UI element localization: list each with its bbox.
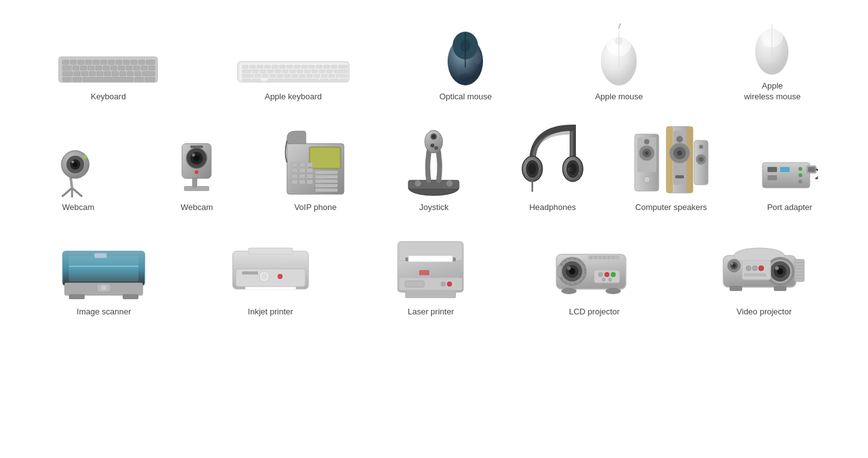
svg-rect-130 [307,168,313,173]
svg-rect-140 [315,184,338,187]
svg-rect-207 [242,271,258,275]
svg-rect-28 [82,71,88,76]
svg-rect-8 [108,60,114,65]
laser-printer-item: Laser printer [393,232,468,318]
svg-rect-37 [83,77,133,82]
svg-rect-120 [190,145,203,148]
svg-point-197 [101,285,106,290]
svg-rect-69 [326,70,333,73]
svg-point-255 [752,266,757,271]
svg-rect-52 [301,65,307,68]
svg-point-183 [798,167,802,171]
svg-rect-133 [307,174,313,178]
svg-rect-65 [296,70,303,73]
svg-rect-50 [286,65,293,68]
svg-rect-7 [101,60,107,65]
svg-point-144 [415,180,421,187]
svg-rect-141 [315,189,338,192]
optical-mouse-label: Optical mouse [439,92,492,102]
svg-rect-182 [780,167,790,172]
svg-rect-73 [262,74,268,77]
svg-rect-17 [88,66,94,70]
svg-point-163 [645,151,649,155]
svg-rect-137 [315,171,338,174]
svg-rect-55 [324,65,330,68]
svg-point-149 [431,144,434,147]
svg-rect-26 [63,71,73,76]
svg-point-95 [459,73,472,81]
svg-point-254 [746,266,751,271]
video-projector-item: Video projector [720,242,809,318]
svg-rect-129 [299,168,305,173]
svg-rect-75 [277,74,283,77]
svg-point-233 [598,272,603,277]
svg-point-223 [567,266,571,270]
svg-rect-71 [242,74,254,77]
svg-rect-127 [307,163,313,167]
lcd-projector-item: LCD projector [550,242,639,318]
row-2: Webcam [0,115,868,226]
svg-rect-35 [135,71,141,76]
svg-rect-15 [73,66,79,70]
svg-rect-32 [112,71,118,76]
row-3: Image scanner [0,226,868,330]
voip-phone-item: VoIP phone [278,128,353,213]
apple-mouse-icon [581,23,657,87]
svg-point-252 [731,263,733,264]
svg-rect-58 [242,70,251,73]
svg-rect-12 [138,60,145,65]
svg-rect-62 [274,70,281,73]
svg-point-205 [261,273,267,280]
svg-rect-16 [80,66,87,70]
svg-point-112 [83,155,87,159]
svg-text:C: C [568,166,572,172]
svg-rect-41 [145,77,155,82]
svg-rect-187 [808,167,815,172]
voip-phone-label: VoIP phone [294,202,336,213]
svg-rect-14 [63,66,71,70]
svg-rect-59 [252,70,259,73]
svg-rect-202 [248,248,293,254]
apple-wireless-mouse-label: Apple wireless mouse [744,81,801,102]
svg-point-164 [644,139,649,144]
svg-rect-48 [272,65,278,68]
voip-phone-icon [278,128,353,197]
svg-rect-23 [133,66,140,70]
joystick-item: Joystick [396,128,472,213]
svg-rect-70 [334,70,348,73]
webcam1-label: Webcam [62,202,94,213]
svg-point-93 [460,39,470,52]
svg-point-172 [677,151,682,156]
svg-rect-194 [69,294,85,299]
video-projector-label: Video projector [737,307,792,318]
svg-rect-25 [149,66,155,70]
inkjet-printer-label: Inkjet printer [248,307,293,318]
webcam1-item: Webcam [40,140,116,213]
keyboard-label: Keyboard [90,92,126,102]
keyboard-icon [58,52,159,87]
webcam2-label: Webcam [181,202,213,213]
svg-rect-88 [329,78,338,82]
svg-point-145 [446,180,453,187]
svg-rect-216 [405,290,456,298]
lcd-projector-icon [550,242,639,302]
svg-rect-217 [419,270,429,275]
svg-point-94 [474,52,482,65]
svg-point-121 [195,170,199,174]
svg-rect-60 [260,70,266,73]
svg-rect-24 [141,66,147,70]
webcam1-icon [40,140,116,197]
svg-rect-45 [250,65,256,68]
svg-rect-46 [257,65,263,68]
svg-point-206 [278,274,283,279]
svg-point-256 [759,266,764,271]
svg-rect-82 [329,74,335,77]
svg-rect-66 [304,70,310,73]
svg-line-104 [63,188,72,196]
svg-rect-89 [339,78,348,82]
svg-rect-77 [291,74,298,77]
svg-rect-10 [123,60,130,65]
svg-rect-11 [131,60,137,65]
svg-point-234 [604,272,609,277]
svg-point-165 [644,176,650,183]
